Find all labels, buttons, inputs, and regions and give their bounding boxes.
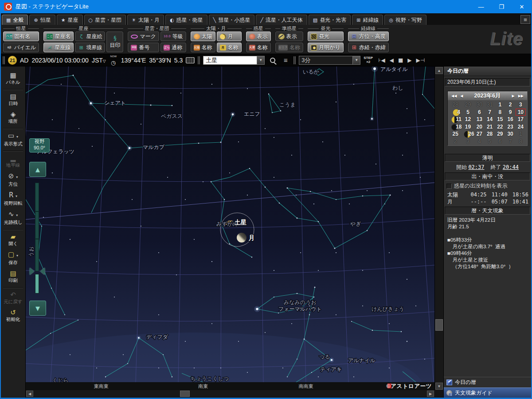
step-back-button[interactable]: ◀ <box>387 57 396 63</box>
latitude-value[interactable]: 35°39'N <box>149 57 171 64</box>
panel-tab-todays-calendar[interactable]: 今日の暦 <box>444 377 531 387</box>
calendar-day[interactable]: 8 <box>495 109 505 116</box>
fov-indicator[interactable]: 視野 90.0° <box>29 138 50 153</box>
target-combobox[interactable]: 土星 ▼ <box>203 56 265 65</box>
skip-to-end-button[interactable]: ▶⊣ <box>414 57 427 63</box>
vertical-scroll-thumb[interactable] <box>435 319 443 331</box>
sidebar-item-save[interactable]: ▢ ▾保存 <box>1 249 25 268</box>
planet-name-button[interactable]: 火星名称 <box>246 43 271 52</box>
constellation-art-button[interactable]: ζ星座絵 <box>75 31 105 41</box>
tab-fov-framing[interactable]: ◎視野・写野 <box>384 15 426 25</box>
calendar-day[interactable]: 7 <box>485 109 495 116</box>
tab-comets-asteroids[interactable]: ╲彗星・小惑星 <box>209 15 255 25</box>
calendar-day[interactable]: 25 <box>449 130 462 138</box>
object-list-button[interactable]: ≡ <box>281 56 290 65</box>
next-month-button[interactable]: ▶ <box>510 94 516 98</box>
calendar-day-badge[interactable]: 21 <box>8 56 17 65</box>
stop-button[interactable]: ■ <box>396 57 405 63</box>
calendar-day[interactable]: 1 <box>495 101 505 109</box>
maximize-button[interactable]: ❐ <box>491 0 512 13</box>
sidebar-item-open[interactable]: ▰開く <box>1 231 25 249</box>
sun-button[interactable]: 太陽 <box>191 31 215 41</box>
calendar-day[interactable]: 30 <box>474 101 485 109</box>
search-button[interactable] <box>268 56 278 65</box>
toolbar-grip[interactable] <box>293 56 296 64</box>
calendar-day[interactable]: 23 <box>505 123 515 131</box>
zoom-out-button[interactable]: ▼ <box>29 301 46 316</box>
planet-show-button[interactable]: 表示 <box>246 31 271 41</box>
calendar-day[interactable]: 5 <box>462 109 474 116</box>
sky-canvas[interactable]: アルタイルいるかわしこうまシェアトペガススエニフマルカブアルフェラッツみずがめや… <box>26 66 434 382</box>
calendar-day[interactable]: 11 <box>449 116 462 123</box>
tab-nebulae-clusters[interactable]: ○星雲・星団 <box>84 15 126 25</box>
tab-planets-satellites[interactable]: ◐惑星・衛星 <box>165 15 207 25</box>
scroll-up-button[interactable]: ▲ <box>435 67 443 74</box>
calendar-day[interactable]: 4 <box>474 138 485 145</box>
datetime-value[interactable]: 2023/06/10 03:00:00 <box>31 57 88 64</box>
tab-meteors-artificial[interactable]: ╱流星・人工天体 <box>256 15 307 25</box>
calendar-day[interactable]: 6 <box>495 138 505 145</box>
calendar-day[interactable]: 31 <box>485 101 495 109</box>
calendar-day[interactable]: 15 <box>495 116 505 123</box>
calendar-day[interactable]: 6 <box>474 109 485 116</box>
calendar-day[interactable]: 12 <box>462 116 474 123</box>
constellation-name-button[interactable]: こと星座名 <box>43 31 74 41</box>
sidebar-item-reset[interactable]: ↺初期化 <box>1 307 25 325</box>
keypad-icon[interactable] <box>186 57 195 63</box>
calendar-day[interactable]: 3 <box>462 138 474 145</box>
dso-magnitude-button[interactable]: 10.0等級 <box>160 31 186 41</box>
calendar-day[interactable]: 7 <box>505 138 515 145</box>
now-button[interactable]: NOW ◷ <box>109 55 118 65</box>
calendar-day[interactable]: 22 <box>495 123 505 131</box>
toolbar-menu-button[interactable]: ≡ <box>520 15 530 24</box>
toolbar-grip[interactable] <box>198 56 200 64</box>
zoom-slider-fill[interactable] <box>35 274 39 293</box>
minimize-button[interactable]: — <box>471 0 491 13</box>
moon-button[interactable]: 月 <box>217 31 242 41</box>
step-combobox[interactable]: 3分 ▼ <box>299 56 360 65</box>
scroll-left-button[interactable]: ◀ <box>26 391 33 397</box>
twilight-end-time[interactable]: 20:44 <box>503 164 519 170</box>
marker-button[interactable]: §目印 <box>106 31 123 52</box>
step-forward-button[interactable]: ▶ <box>405 57 414 63</box>
horizontal-scroll-thumb[interactable] <box>180 391 190 397</box>
zoom-in-button[interactable]: ▲ <box>29 162 46 177</box>
calendar-day[interactable]: 29 <box>462 101 474 109</box>
sun-name-button[interactable]: 太陽名称 <box>191 43 215 52</box>
bayer-button[interactable]: αβバイエル <box>3 43 39 52</box>
sidebar-item-location[interactable]: ◈場所 <box>1 109 25 127</box>
dwarf-name-button[interactable]: エリス名称 <box>275 43 304 52</box>
dso-number-button[interactable]: M8番号 <box>128 43 159 52</box>
close-button[interactable]: ✕ <box>512 0 532 13</box>
calendar-day[interactable]: 30 <box>505 130 515 138</box>
scroll-down-button[interactable]: ▼ <box>435 383 443 390</box>
calendar-day[interactable]: 28 <box>485 130 495 138</box>
calendar-day[interactable]: 3 <box>516 101 526 109</box>
sidebar-item-print[interactable]: ▤印刷 <box>1 268 25 286</box>
calendar-day[interactable]: 17 <box>516 116 526 123</box>
calendar-day[interactable]: 9 <box>505 109 515 116</box>
sidebar-item-panel[interactable]: ▦パネル <box>1 70 25 88</box>
tab-constellations[interactable]: ★星座 <box>57 15 83 25</box>
calendar-day[interactable]: 1 <box>516 130 526 138</box>
target-dropdown-button[interactable]: ▼ <box>257 56 264 64</box>
step-dropdown-button[interactable]: ▼ <box>352 56 360 64</box>
boundary-lines-button[interactable]: ⊞境界線 <box>75 43 105 52</box>
prev-month-button[interactable]: ◀ <box>458 94 465 98</box>
calendar-day-today[interactable]: 10 <box>516 109 526 116</box>
show-planet-times-checkbox[interactable] <box>446 184 452 189</box>
skip-to-start-button[interactable]: ⊦◀ <box>376 57 387 63</box>
sidebar-item-fov-rotation[interactable]: R ▾視野回転 <box>1 190 25 209</box>
prev-year-button[interactable]: ◀◀ <box>450 94 458 98</box>
calendar-day[interactable]: 13 <box>474 116 485 123</box>
calendar-day[interactable]: 4 <box>449 109 462 116</box>
calendar-day[interactable]: 26 <box>462 130 474 138</box>
calendar-day[interactable]: 5 <box>485 138 495 145</box>
dwarf-show-button[interactable]: 表示 <box>275 31 304 41</box>
calendar-day[interactable]: 8 <box>516 138 526 145</box>
sidebar-item-light-trail[interactable]: ∿ ▾光跡残し <box>1 209 25 228</box>
sidebar-item-azimuth[interactable]: ⊘ ▾方位 <box>1 171 25 190</box>
dso-common-name-button[interactable]: ばら通称 <box>160 43 186 52</box>
moon-name-button[interactable]: 月名称 <box>217 43 242 52</box>
calendar-day[interactable]: 19 <box>462 123 474 131</box>
